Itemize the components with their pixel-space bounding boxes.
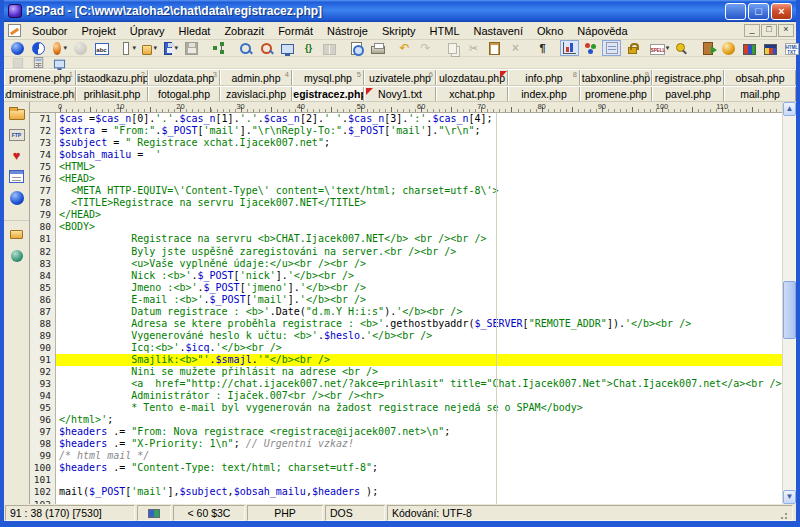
line-number-97[interactable]: 97 <box>30 426 56 438</box>
line-number-74[interactable]: 74 <box>30 149 56 161</box>
code-line-77[interactable]: 77 <META HTTP-EQUIV=\'Content-Type\' con… <box>30 185 782 197</box>
pin-button[interactable] <box>671 40 690 56</box>
scrollbar-track[interactable] <box>783 116 796 490</box>
panel-tab-globe-button[interactable] <box>7 247 27 264</box>
menu-nastaveni[interactable]: Nastavení <box>467 23 531 39</box>
menu-soubor[interactable]: Soubor <box>25 23 74 39</box>
line-number-90[interactable]: 90 <box>30 342 56 354</box>
open-folder-dropdown-icon[interactable]: ▾ <box>153 44 157 52</box>
code-line-82[interactable]: 82 Byly jste uspěšně zaregistováni na se… <box>30 246 782 258</box>
menu-upravy[interactable]: Úpravy <box>123 23 172 39</box>
mdi-restore-button[interactable]: □ <box>761 24 777 37</box>
menu-nastroje[interactable]: Nástroje <box>320 23 375 39</box>
line-number-89[interactable]: 89 <box>30 330 56 342</box>
menu-zobrazit[interactable]: Zobrazit <box>217 23 271 39</box>
menu-projekt[interactable]: Projekt <box>74 23 122 39</box>
code-line-96[interactable]: 96</html>'; <box>30 414 782 426</box>
lock-button[interactable] <box>623 40 642 56</box>
line-number-82[interactable]: 82 <box>30 246 56 258</box>
code-line-80[interactable]: 80<BODY> <box>30 221 782 233</box>
panel-code-explorer-button[interactable] <box>7 168 27 185</box>
code-line-75[interactable]: 75<HTML> <box>30 161 782 173</box>
line-number-103[interactable]: 103 <box>30 499 56 505</box>
line-number-93[interactable]: 93 <box>30 378 56 390</box>
scrollbar-thumb[interactable] <box>783 281 796 339</box>
code-line-76[interactable]: 76<HEAD> <box>30 173 782 185</box>
code-line-90[interactable]: 90 Icq:<b>'.$icq.'</b><br /> <box>30 342 782 354</box>
code-line-86[interactable]: 86 E-mail :<b>'.$_POST['mail'].'</b><br … <box>30 294 782 306</box>
tab-registrace-php[interactable]: registrace.php <box>652 70 724 85</box>
menu-html[interactable]: HTML <box>423 23 467 39</box>
code-line-79[interactable]: 79</HEAD> <box>30 209 782 221</box>
maximize-button[interactable]: □ <box>748 3 769 20</box>
line-numbers-button[interactable] <box>602 40 621 56</box>
line-number-99[interactable]: 99 <box>30 450 56 462</box>
menu-hledat[interactable]: Hledat <box>172 23 218 39</box>
help-book-button[interactable] <box>320 40 339 56</box>
code-line-91[interactable]: 91 Smajlik:<b>"'.$smajl.'"</b><br /> <box>30 354 782 366</box>
tab-ulozdata-php[interactable]: ulozdata.php3 <box>148 70 220 85</box>
code-line-101[interactable]: 101 <box>30 474 782 486</box>
title-bar[interactable]: PSPad - [C:\www\zaloha2\chat\data\regist… <box>4 0 796 22</box>
menu-format[interactable]: Formát <box>271 23 320 39</box>
color-table-2-button[interactable] <box>761 40 780 56</box>
tab-admin-php[interactable]: admin.php4 <box>220 70 292 85</box>
menu-napoveda[interactable]: Nápověda <box>570 23 634 39</box>
sphere-amber-button[interactable] <box>719 40 738 56</box>
html-to-txt-button[interactable]: HTML TXT <box>782 40 800 56</box>
line-number-87[interactable]: 87 <box>30 306 56 318</box>
tb2-gray-box-button[interactable] <box>8 55 27 71</box>
tab-mysql-php[interactable]: mysql.php5 <box>292 70 364 85</box>
pilcrow-button[interactable]: ¶ <box>533 40 552 56</box>
line-number-92[interactable]: 92 <box>30 366 56 378</box>
line-number-81[interactable]: 81 <box>30 233 56 245</box>
line-number-95[interactable]: 95 <box>30 402 56 414</box>
line-number-91[interactable]: 91 <box>30 354 56 366</box>
minimize-button[interactable]: _ <box>725 3 746 20</box>
line-number-73[interactable]: 73 <box>30 137 56 149</box>
tab-info-php[interactable]: info.php8 <box>508 70 580 85</box>
mdi-minimize-button[interactable]: _ <box>744 24 760 37</box>
line-number-83[interactable]: 83 <box>30 258 56 270</box>
line-number-80[interactable]: 80 <box>30 221 56 233</box>
line-number-72[interactable]: 72 <box>30 125 56 137</box>
line-number-98[interactable]: 98 <box>30 438 56 450</box>
redo-button[interactable]: ↷ <box>416 40 435 56</box>
tab-fotogal-php[interactable]: fotogal.php <box>148 87 220 101</box>
tab-xchat-php[interactable]: xchat.php <box>436 87 508 101</box>
code-line-95[interactable]: 95 * Tento e-mail byl vygenerován na žad… <box>30 402 782 414</box>
code-line-97[interactable]: 97$headers .= "From: Nova registrace <re… <box>30 426 782 438</box>
print-preview-button[interactable] <box>347 40 366 56</box>
tab-promene-php[interactable]: promene.php1 <box>4 70 76 85</box>
code-line-81[interactable]: 81 Registrace na servru <b>CHAT.Ijacek00… <box>30 233 782 245</box>
panel-folder-button[interactable] <box>7 105 27 122</box>
code-line-74[interactable]: 74$obsah_mailu = ' <box>30 149 782 161</box>
sphere-gray-button[interactable] <box>71 40 90 56</box>
tab-pavel-php[interactable]: pavel.php <box>652 87 724 101</box>
panel-ftp-button[interactable]: FTP <box>7 126 27 143</box>
syntax-colors-button[interactable] <box>581 40 600 56</box>
new-file-dropdown-icon[interactable]: ▾ <box>132 44 136 52</box>
line-number-85[interactable]: 85 <box>30 282 56 294</box>
spell-check-dropdown-icon[interactable]: ▾ <box>666 44 670 52</box>
vertical-scrollbar[interactable]: ▲ ▼ <box>782 102 796 504</box>
save-file-button[interactable]: ▾ <box>161 40 180 56</box>
close-button[interactable]: × <box>771 3 792 20</box>
line-number-79[interactable]: 79 <box>30 209 56 221</box>
line-number-101[interactable]: 101 <box>30 474 56 486</box>
tab-ulozdatau-php[interactable]: ulozdatau.php7 <box>436 70 508 85</box>
code-braces-button[interactable]: {} <box>299 40 318 56</box>
code-line-98[interactable]: 98$headers .= "X-Priority: 1\n"; // Urge… <box>30 438 782 450</box>
line-number-100[interactable]: 100 <box>30 462 56 474</box>
panel-favorites-button[interactable]: ♥ <box>7 147 27 164</box>
line-number-71[interactable]: 71 <box>30 113 56 125</box>
insert-door-button[interactable] <box>698 40 717 56</box>
tab-uzivatele-php[interactable]: uzivatele.php6 <box>364 70 436 85</box>
search-button[interactable] <box>236 40 255 56</box>
scroll-down-arrow-icon[interactable]: ▼ <box>783 490 796 504</box>
line-number-84[interactable]: 84 <box>30 270 56 282</box>
tab-zavislaci-php[interactable]: zavislaci.php <box>220 87 292 101</box>
line-number-78[interactable]: 78 <box>30 197 56 209</box>
color-table-1-button[interactable] <box>740 40 759 56</box>
menu-okno[interactable]: Okno <box>530 23 570 39</box>
